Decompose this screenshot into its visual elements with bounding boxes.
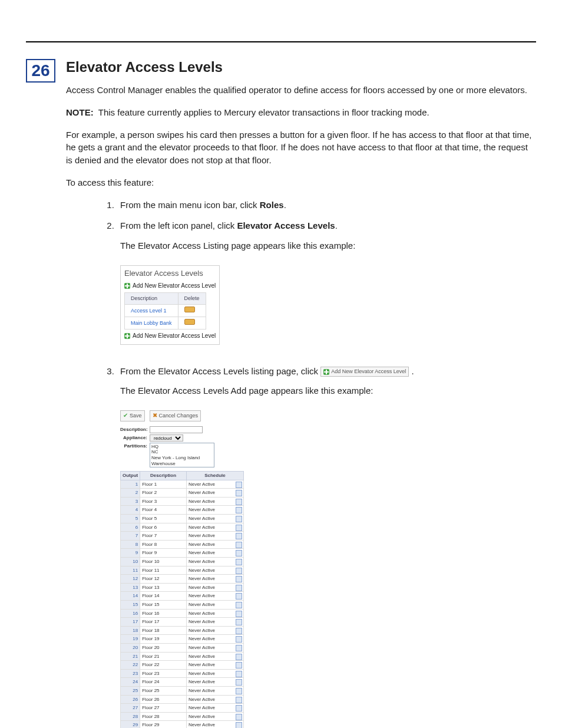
schedule-select[interactable]: Never Active [186,583,243,592]
floor-description: Floor 15 [140,601,187,610]
step-1: From the main menu icon bar, click Roles… [117,199,536,212]
step-1-post: . [284,200,286,210]
schedule-select[interactable]: Never Active [186,669,243,678]
fig2-th-sched: Schedule [186,472,243,480]
partition-option[interactable]: NC [151,449,213,455]
output-cell: 11 [121,566,140,575]
schedule-select[interactable]: Never Active [186,635,243,644]
partition-option[interactable]: HQ [151,444,213,450]
floor-row: 5Floor 5Never Active [121,515,244,523]
fig1-th-del: Delete [178,293,206,305]
inline-add-button[interactable]: Add New Elevator Access Level [320,367,409,377]
output-cell: 26 [121,695,140,704]
schedule-select[interactable]: Never Active [186,678,243,687]
fig1-add-bottom[interactable]: Add New Elevator Access Level [121,331,219,342]
note-label: NOTE: [66,107,94,117]
output-cell: 13 [121,583,140,592]
table-row: Main Lobby Bank [125,317,206,330]
schedule-select[interactable]: Never Active [186,489,243,498]
schedule-select[interactable]: Never Active [186,721,243,728]
floor-row: 21Floor 21Never Active [121,652,244,661]
floor-row: 6Floor 6Never Active [121,523,244,532]
schedule-select[interactable]: Never Active [186,643,243,652]
floor-description: Floor 7 [140,532,187,541]
output-cell: 21 [121,652,140,661]
delete-button[interactable] [184,319,195,325]
top-rule [26,41,536,42]
figure-add-page: ✔ Save ✖ Cancel Changes Description: [120,410,244,728]
schedule-select[interactable]: Never Active [186,652,243,661]
schedule-select[interactable]: Never Active [186,515,243,523]
schedule-select[interactable]: Never Active [186,566,243,575]
cancel-label: Cancel Changes [159,412,199,420]
delete-button[interactable] [184,307,195,312]
chapter-number-box: 26 [26,59,55,83]
partitions-list[interactable]: HQNCNew York - Long Island Warehouse [150,443,214,467]
floor-row: 17Floor 17Never Active [121,618,244,627]
schedule-select[interactable]: Never Active [186,704,243,713]
floor-description: Floor 28 [140,712,187,721]
delete-cell [178,305,206,317]
output-cell: 22 [121,661,140,670]
access-level-link[interactable]: Main Lobby Bank [125,317,178,330]
schedule-select[interactable]: Never Active [186,686,243,695]
floor-description: Floor 22 [140,661,187,670]
floor-row: 8Floor 8Never Active [121,540,244,549]
schedule-select[interactable]: Never Active [186,712,243,721]
step-2: From the left icon panel, click Elevator… [117,219,536,356]
floor-row: 7Floor 7Never Active [121,532,244,541]
schedule-select[interactable]: Never Active [186,558,243,566]
schedule-select[interactable]: Never Active [186,609,243,618]
schedule-select[interactable]: Never Active [186,626,243,635]
schedule-select[interactable]: Never Active [186,601,243,610]
floor-row: 9Floor 9Never Active [121,549,244,558]
description-input[interactable] [150,426,203,433]
delete-cell [178,317,206,330]
schedule-select[interactable]: Never Active [186,549,243,558]
floor-row: 4Floor 4Never Active [121,506,244,515]
schedule-select[interactable]: Never Active [186,497,243,506]
table-row: Access Level 1 [125,305,206,317]
step-1-pre: From the main menu icon bar, click [120,200,260,210]
schedule-select[interactable]: Never Active [186,480,243,489]
step-1-bold: Roles [260,200,284,210]
save-button[interactable]: ✔ Save [120,410,145,421]
schedule-select[interactable]: Never Active [186,661,243,670]
floor-row: 28Floor 28Never Active [121,712,244,721]
schedule-select[interactable]: Never Active [186,532,243,541]
output-cell: 29 [121,721,140,728]
output-cell: 23 [121,669,140,678]
floor-description: Floor 13 [140,583,187,592]
output-cell: 6 [121,523,140,532]
note-paragraph: NOTE: This feature currently applies to … [66,106,536,119]
output-cell: 8 [121,540,140,549]
appliance-select[interactable]: redcloud [150,434,183,442]
floor-description: Floor 18 [140,626,187,635]
partition-option[interactable]: New York - Long Island Warehouse [151,455,213,466]
schedule-select[interactable]: Never Active [186,618,243,627]
floor-row: 12Floor 12Never Active [121,575,244,584]
floor-description: Floor 23 [140,669,187,678]
fig1-th-desc: Description [125,293,178,305]
output-cell: 10 [121,558,140,566]
floor-description: Floor 29 [140,721,187,728]
schedule-select[interactable]: Never Active [186,695,243,704]
fig2-th-output: Output [121,472,140,480]
step-2-subtext: The Elevator Access Listing page appears… [120,239,536,252]
floor-description: Floor 3 [140,497,187,506]
output-cell: 7 [121,532,140,541]
schedule-select[interactable]: Never Active [186,506,243,515]
schedule-select[interactable]: Never Active [186,592,243,601]
access-level-link[interactable]: Access Level 1 [125,305,178,317]
schedule-select[interactable]: Never Active [186,523,243,532]
cancel-button[interactable]: ✖ Cancel Changes [150,410,201,421]
schedule-select[interactable]: Never Active [186,540,243,549]
step-3-pre: From the Elevator Access Levels listing … [120,366,320,376]
main-column: Elevator Access Levels Access Control Ma… [66,59,536,728]
output-cell: 16 [121,609,140,618]
floor-row: 23Floor 23Never Active [121,669,244,678]
schedule-select[interactable]: Never Active [186,575,243,584]
fig1-add-top[interactable]: Add New Elevator Access Level [121,281,219,292]
floor-description: Floor 6 [140,523,187,532]
floor-description: Floor 26 [140,695,187,704]
